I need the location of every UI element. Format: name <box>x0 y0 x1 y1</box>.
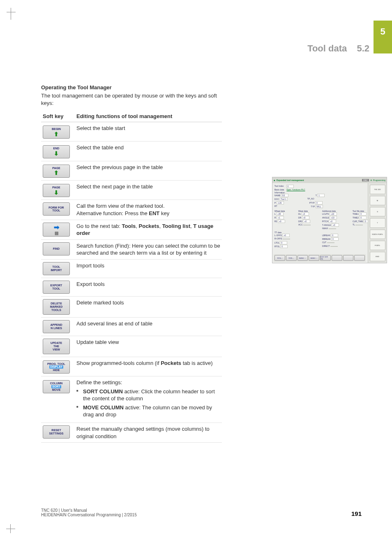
fig-bottom-button[interactable] <box>332 255 342 261</box>
softkey-button[interactable]: ➡▤ <box>43 223 70 237</box>
fig-cell <box>274 227 297 230</box>
arrow-up-icon: ⬆ <box>54 131 59 137</box>
softkey-label: MARKED <box>50 305 63 309</box>
th-softkey: Soft key <box>41 111 75 122</box>
footer-line1: TNC 620 | User's Manual <box>41 508 137 513</box>
fig-cell: DR2 +0 <box>298 220 321 223</box>
section-title: Tool data <box>307 43 347 53</box>
fig-cell: LCUTS +10 <box>322 212 351 216</box>
softkey-label: EXPORT <box>51 284 62 287</box>
table-row: BEGIN⬆Select the table start <box>41 122 222 142</box>
softkey-button[interactable]: PAGE⬇ <box>43 184 70 197</box>
fig-titlebar: ◆ Expanded tool management DNC ⚙ Program… <box>272 177 387 183</box>
fig-cell: DL +0 <box>298 212 321 216</box>
gear-icon: ⚙ <box>370 179 372 181</box>
l-ptyp: PTYP <box>309 202 315 204</box>
fig-side-panel: END <box>370 252 385 261</box>
softkey-button[interactable]: DELETEMARKEDTOOLS <box>43 299 70 315</box>
softkey-label: RESET <box>51 429 61 432</box>
crop-mark-bl <box>11 521 18 529</box>
l-typ: TYP <box>311 205 315 208</box>
softkey-button[interactable]: FORM FORTOOL <box>43 202 70 216</box>
fig-cell: R +1 <box>274 216 297 219</box>
fig-bottom-button[interactable]: TOOL ↑ <box>274 255 285 261</box>
softkey-button[interactable]: APPENDN LINES <box>43 320 70 333</box>
table-row: RESETSETTINGSReset the manually changed … <box>41 423 222 443</box>
fig-tool-index-val: 0 <box>286 185 294 188</box>
softkey-button[interactable]: BEGIN⬆ <box>43 125 70 139</box>
softkey-label: FIND <box>53 247 60 251</box>
table-row: PAGE⬇Select the next page in the table <box>41 181 222 200</box>
softkey-label-hl: SORT <box>51 385 61 388</box>
softkey-label-hl: DISPLAY <box>49 365 63 369</box>
fig-cell: CUT <box>322 241 367 244</box>
fig-bottom-button[interactable] <box>354 255 365 261</box>
fig-bottom-button[interactable] <box>343 255 354 261</box>
l-doc: DOC <box>274 198 279 200</box>
fig-tool-index-lbl: Tool index <box>274 185 284 188</box>
softkey-desc: Call the form view of the marked tool.Al… <box>75 200 222 220</box>
fig-cell: ANGLE +10 <box>322 216 351 219</box>
softkey-label: APPEND <box>50 323 62 327</box>
l-rt: RT <box>274 205 277 207</box>
softkey-button[interactable]: UPDATETHEVIEW <box>43 339 70 354</box>
fig-cell: DR +0 <box>298 216 321 219</box>
arrow-down-icon: ⬇ <box>54 151 59 156</box>
page-heading: Operating the Tool Manager <box>41 84 222 91</box>
softkey-desc: Go to the next tab: Tools, Pockets, Tool… <box>75 220 222 239</box>
section-header: Tool data 5.2 <box>307 43 369 54</box>
table-row: EXPORTTOOLExport tools <box>41 278 222 296</box>
fig-bottom-button[interactable]: INDEX ← <box>297 255 308 261</box>
table-row: PROG. TOOLDISPLAYHIDEShow programmed-too… <box>41 357 222 376</box>
softkey-label: HIDE <box>53 369 60 372</box>
fig-bottom-button[interactable]: EDIT OFF ON <box>320 255 331 261</box>
fig-cell: PITCH +0 <box>322 220 351 223</box>
fig-tabs-pre: Basic data <box>274 188 284 191</box>
softkey-button[interactable]: TOOLIMPORT <box>43 262 70 275</box>
softkey-label: TOOLS <box>51 309 61 312</box>
softkey-label: DELETE <box>51 302 62 305</box>
l-tpno: TP_NO <box>307 197 314 200</box>
v-ptyp: 0 <box>315 201 323 204</box>
softkey-button[interactable]: COLUMNSORTMOVE <box>43 380 70 393</box>
fig-side-panel: S <box>370 207 385 216</box>
softkey-label: VIEW <box>53 348 60 351</box>
v-p: 1.26 <box>277 201 284 204</box>
softkey-button[interactable]: FIND <box>43 242 70 255</box>
softkey-button[interactable]: RESETSETTINGS <box>43 425 70 439</box>
softkey-label: N LINES <box>51 327 62 330</box>
softkey-desc: Update table view <box>75 336 222 357</box>
softkey-button[interactable]: PAGE⬆ <box>43 165 70 178</box>
softkey-desc: Import tools <box>75 259 222 278</box>
softkey-label: MOVE <box>52 388 61 392</box>
table-row: FORM FORTOOLCall the form view of the ma… <box>41 200 222 220</box>
softkey-label: TOOL <box>52 265 60 269</box>
fig-bottom-button[interactable]: TOOL ↓ <box>286 255 297 261</box>
chapter-tab: 5 <box>374 21 392 53</box>
list-item: SORT COLUMN active: Click the column hea… <box>76 388 220 402</box>
softkey-button[interactable]: PROG. TOOLDISPLAYHIDE <box>43 360 70 374</box>
fig-cell <box>298 227 321 230</box>
v-t: 1 <box>317 194 325 197</box>
list-item: MOVE COLUMN active: The column can be mo… <box>76 404 220 418</box>
fig-side-panel: M <box>370 196 385 205</box>
fig-side-panel: S100% F100% <box>370 230 385 239</box>
fig-side-panel: T <box>370 218 385 228</box>
softkey-button[interactable]: END⬇ <box>43 145 70 158</box>
softkey-label: SETTINGS <box>49 432 63 435</box>
softkey-desc: Select the table start <box>75 122 222 142</box>
fig-cell: R2 +0 <box>274 220 297 223</box>
fig-prog: Programming <box>373 179 385 181</box>
softkey-desc: Select the next page in the table <box>75 181 222 200</box>
table-row: COLUMNSORTMOVEDefine the settings:SORT C… <box>41 376 222 423</box>
arrow-right-icon: ➡ <box>54 224 59 231</box>
softkey-desc: Add several lines at end of table <box>75 317 222 336</box>
footer-line2: HEIDENHAIN Conversational Programming | … <box>41 513 137 517</box>
fig-bottom-button[interactable]: INDEX → <box>309 255 319 261</box>
softkey-label: PROG. TOOL <box>47 362 65 366</box>
fig-device-panel: TNC 320 <box>370 185 385 194</box>
softkey-button[interactable]: EXPORTTOOL <box>43 281 70 294</box>
softkey-desc: Export tools <box>75 278 222 296</box>
table-row: APPENDN LINESAdd several lines at end of… <box>41 317 222 336</box>
softkey-label: COLUMN <box>50 382 63 385</box>
